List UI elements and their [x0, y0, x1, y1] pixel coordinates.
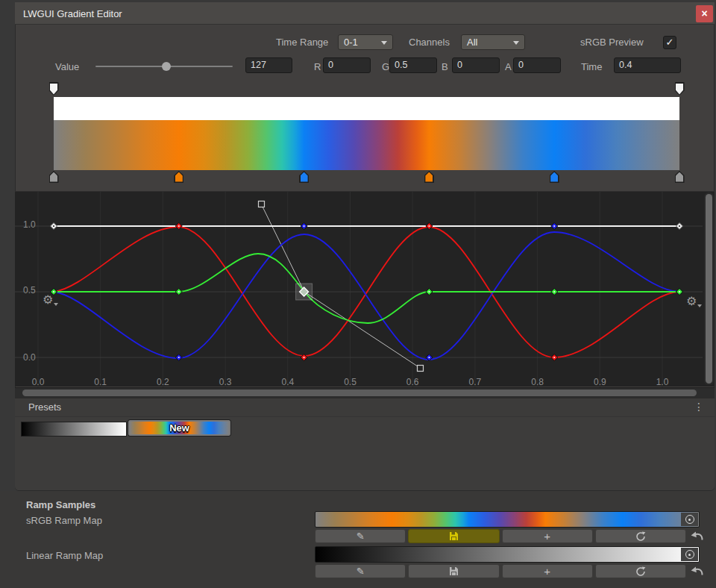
tangent-handle[interactable]: [259, 201, 265, 207]
edit-ramp-button[interactable]: ✎: [315, 529, 406, 543]
x-tick-label: 1.0: [650, 377, 675, 387]
srgb-ramp-map-label: sRGB Ramp Map: [26, 515, 102, 526]
titlebar[interactable]: LWGUI Gradient Editor ×: [15, 2, 715, 25]
x-tick-label: 0.6: [400, 377, 425, 387]
edit-ramp-button[interactable]: ✎: [315, 564, 406, 578]
preset-swatch-grayscale[interactable]: [21, 422, 127, 437]
plus-icon: +: [544, 566, 550, 577]
add-ramp-button[interactable]: +: [502, 529, 593, 543]
value-field[interactable]: 127: [245, 57, 292, 73]
curve-plot[interactable]: [15, 192, 715, 387]
undo-icon: [690, 530, 705, 542]
tangent-handle[interactable]: [418, 366, 424, 372]
revert-srgb-ramp-button[interactable]: [690, 530, 705, 545]
preset-swatch-new[interactable]: New: [128, 420, 230, 436]
curve-key-dot: [553, 357, 555, 358]
b-field[interactable]: 0: [452, 57, 500, 73]
blue-channel-curve[interactable]: [54, 232, 679, 360]
curve-key-dot: [428, 225, 430, 227]
chevron-down-icon: [381, 41, 387, 45]
save-icon: [449, 566, 459, 576]
marker-fill: [550, 172, 558, 182]
color-key-marker[interactable]: [675, 171, 685, 183]
plus-icon: +: [544, 531, 550, 542]
color-key-marker[interactable]: [174, 171, 183, 183]
gradient-editor-screen: LWGUI Gradient Editor × Time Range 0-1 C…: [0, 0, 716, 588]
y-tick-label: 0.0: [23, 352, 36, 363]
curve-key-dot: [679, 291, 680, 293]
refresh-ramp-button[interactable]: [595, 529, 686, 543]
add-ramp-button[interactable]: +: [502, 564, 593, 578]
alpha-marker-strip[interactable]: [15, 81, 715, 97]
left-curve-settings-gear[interactable]: ⚙: [43, 294, 53, 306]
marker-fill: [301, 172, 308, 182]
srgb-ramp-preview[interactable]: [315, 511, 700, 528]
object-picker-icon: [685, 515, 694, 524]
kebab-menu-icon[interactable]: ⋮: [694, 401, 704, 413]
time-label: Time: [581, 61, 602, 72]
a-field[interactable]: 0: [513, 57, 561, 73]
color-marker-strip[interactable]: [15, 170, 715, 185]
object-picker-icon: [685, 550, 694, 559]
time-range-label: Time Range: [276, 37, 328, 48]
chevron-down-icon: [54, 303, 58, 306]
y-tick-label: 0.5: [23, 285, 36, 295]
linear-ramp-map-label: Linear Ramp Map: [26, 550, 103, 561]
marker-fill: [676, 172, 683, 182]
object-picker-button[interactable]: [681, 513, 698, 526]
color-key-marker[interactable]: [49, 171, 59, 183]
vertical-scrollbar-thumb[interactable]: [706, 194, 712, 384]
curve-key-dot: [553, 291, 555, 293]
object-picker-button[interactable]: [681, 548, 698, 561]
srgb-preview-label: sRGB Preview: [580, 37, 644, 48]
color-key-marker[interactable]: [424, 171, 434, 183]
save-ramp-button[interactable]: [408, 529, 499, 543]
time-range-dropdown[interactable]: 0-1: [338, 34, 393, 50]
x-tick-label: 0.7: [462, 377, 488, 387]
curve-editor[interactable]: ⚙ ⚙ 0.00.10.20.30.40.50.60.70.80.91.0 1.…: [15, 191, 715, 387]
revert-linear-ramp-button[interactable]: [690, 565, 705, 580]
chevron-down-icon: [697, 304, 702, 307]
x-tick-label: 0.4: [275, 377, 301, 387]
curve-key-dot: [178, 291, 180, 293]
horizontal-scrollbar[interactable]: [15, 387, 715, 398]
x-tick-label: 0.1: [88, 377, 113, 387]
right-curve-settings-gear[interactable]: ⚙: [686, 295, 697, 307]
curve-key-dot: [53, 291, 54, 293]
value-slider-thumb[interactable]: [162, 62, 171, 71]
x-tick-label: 0.9: [587, 377, 612, 387]
channels-dropdown[interactable]: All: [461, 34, 525, 50]
time-field[interactable]: 0.4: [614, 57, 681, 73]
presets-header: Presets ⋮: [15, 398, 715, 417]
x-tick-label: 0.3: [213, 377, 238, 387]
alpha-key-marker[interactable]: [675, 82, 685, 96]
srgb-ramp-buttons: ✎ +: [315, 529, 686, 543]
y-tick-label: 1.0: [23, 219, 36, 230]
linear-ramp-buttons: ✎ +: [315, 564, 686, 578]
g-field[interactable]: 0.5: [389, 57, 437, 73]
save-icon: [449, 531, 459, 541]
presets-body: New: [15, 417, 715, 490]
color-key-marker[interactable]: [550, 171, 559, 183]
x-tick-label: 0.8: [525, 377, 550, 387]
gradient-preview-bar[interactable]: [54, 120, 679, 170]
close-button[interactable]: ×: [696, 5, 713, 22]
alpha-preview-bar[interactable]: [54, 97, 679, 120]
horizontal-scrollbar-thumb[interactable]: [22, 390, 697, 396]
curve-key-dot: [553, 225, 555, 227]
pencil-icon: ✎: [357, 531, 365, 542]
alpha-key-marker[interactable]: [49, 82, 59, 96]
srgb-preview-checkbox[interactable]: ✓: [663, 36, 676, 49]
window-title: LWGUI Gradient Editor: [23, 8, 122, 19]
undo-icon: [690, 565, 705, 577]
save-ramp-button[interactable]: [408, 564, 499, 578]
linear-ramp-preview[interactable]: [315, 546, 700, 563]
green-channel-curve[interactable]: [54, 254, 679, 323]
curve-key-dot: [178, 225, 180, 227]
x-tick-label: 0.5: [338, 377, 363, 387]
curve-key-dot: [53, 225, 54, 227]
color-key-marker[interactable]: [299, 171, 309, 183]
r-field[interactable]: 0: [323, 57, 371, 73]
vertical-scrollbar[interactable]: [704, 193, 714, 385]
refresh-ramp-button[interactable]: [595, 564, 686, 578]
